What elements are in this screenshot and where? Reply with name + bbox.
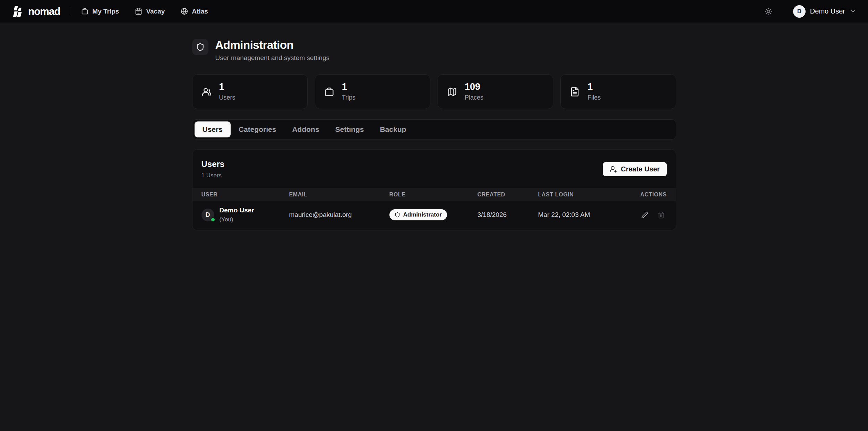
user-plus-icon (610, 166, 617, 173)
calendar-icon (135, 8, 142, 15)
stat-label: Places (465, 94, 483, 101)
users-panel-title: Users (201, 159, 225, 169)
tab-users[interactable]: Users (195, 121, 231, 137)
nomad-logo-icon (12, 5, 24, 18)
nav-item-atlas[interactable]: Atlas (181, 8, 208, 15)
role-label: Administrator (403, 211, 442, 218)
user-name-block: Demo User (You) (220, 206, 254, 223)
stat-label: Files (587, 94, 601, 101)
column-header-created: CREATED (478, 192, 538, 198)
stat-label: Trips (342, 94, 355, 101)
stats-row: 1 Users 1 Trips 109 Places (192, 74, 676, 109)
page-icon-box (192, 39, 208, 55)
you-label: (You) (220, 216, 254, 223)
brand-name: nomad (28, 6, 60, 17)
created-date: 3/18/2026 (478, 211, 538, 219)
user-cell: D Demo User (You) (201, 206, 289, 223)
stat-card-places: 109 Places (438, 74, 553, 109)
users-table-header: USER EMAIL ROLE CREATED LAST LOGIN ACTIO… (192, 188, 676, 201)
stat-text: 1 Users (219, 82, 235, 101)
trash-icon (658, 211, 665, 219)
page-header: Administration User management and syste… (192, 39, 676, 62)
column-header-last-login: LAST LOGIN (538, 192, 625, 198)
pencil-icon (641, 211, 648, 219)
stat-text: 1 Files (587, 82, 601, 101)
tab-categories[interactable]: Categories (231, 121, 284, 137)
stat-text: 1 Trips (342, 82, 355, 101)
user-name: Demo User (220, 206, 254, 214)
user-email: maurice@pakulat.org (289, 211, 389, 219)
page-subtitle: User management and system settings (215, 54, 330, 62)
users-panel-title-block: Users 1 Users (201, 159, 225, 179)
page-header-text: Administration User management and syste… (215, 39, 330, 62)
last-login-date: Mar 22, 02:03 AM (538, 211, 625, 219)
tab-addons[interactable]: Addons (284, 121, 327, 137)
globe-icon (181, 8, 188, 15)
shield-icon (395, 212, 400, 218)
stat-value: 1 (342, 82, 355, 92)
row-avatar-wrap: D (201, 209, 214, 221)
briefcase-icon (324, 87, 334, 97)
users-panel-header: Users 1 Users Create User (192, 150, 676, 188)
stat-card-files: 1 Files (560, 74, 676, 109)
stat-card-users: 1 Users (192, 74, 308, 109)
nav-divider (70, 7, 70, 16)
theme-toggle-button[interactable] (763, 6, 774, 17)
table-row: D Demo User (You) maurice@pakulat.org Ad… (192, 201, 676, 230)
file-text-icon (570, 87, 580, 97)
actions-cell (625, 209, 667, 221)
avatar: D (793, 5, 806, 18)
create-user-button[interactable]: Create User (603, 162, 667, 176)
online-status-dot (210, 217, 215, 222)
nav-item-label: Atlas (192, 8, 208, 15)
admin-page: Administration User management and syste… (192, 23, 676, 230)
stat-value: 109 (465, 82, 483, 92)
role-badge: Administrator (389, 209, 447, 220)
stat-card-trips: 1 Trips (315, 74, 430, 109)
delete-user-button[interactable] (655, 209, 667, 221)
nav-item-label: Vacay (146, 8, 165, 15)
nav-item-label: My Trips (92, 8, 119, 15)
shield-icon (196, 43, 205, 51)
users-count: 1 Users (201, 172, 225, 179)
edit-user-button[interactable] (639, 209, 651, 221)
create-user-label: Create User (621, 165, 660, 173)
nav-item-vacay[interactable]: Vacay (135, 8, 165, 15)
stat-text: 109 Places (465, 82, 483, 101)
nav-item-my-trips[interactable]: My Trips (81, 8, 119, 15)
user-name: Demo User (810, 7, 845, 15)
sun-icon (765, 8, 772, 15)
column-header-role: ROLE (389, 192, 478, 198)
column-header-actions: ACTIONS (625, 192, 667, 198)
column-header-user: USER (201, 192, 289, 198)
stat-label: Users (219, 94, 235, 101)
column-header-email: EMAIL (289, 192, 389, 198)
chevron-down-icon (850, 8, 856, 15)
users-icon (201, 87, 212, 97)
map-icon (447, 87, 457, 97)
briefcase-icon (81, 8, 88, 15)
tab-backup[interactable]: Backup (372, 121, 414, 137)
users-panel: Users 1 Users Create User USER EMAIL ROL… (192, 149, 676, 230)
role-cell: Administrator (389, 209, 478, 220)
brand-logo[interactable]: nomad (12, 5, 60, 18)
stat-value: 1 (587, 82, 601, 92)
top-navigation: nomad My Trips Vacay Atlas D Demo User (0, 0, 868, 23)
page-title: Administration (215, 39, 330, 51)
admin-tabs: Users Categories Addons Settings Backup (192, 119, 676, 140)
stat-value: 1 (219, 82, 235, 92)
tab-settings[interactable]: Settings (327, 121, 372, 137)
user-menu[interactable]: D Demo User (793, 5, 856, 18)
